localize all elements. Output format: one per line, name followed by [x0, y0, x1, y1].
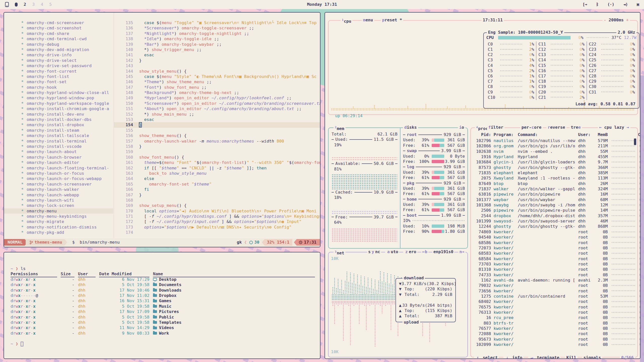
- file-list-item[interactable]: *omarchy-launch-screensaver: [4, 182, 113, 187]
- process-row[interactable]: 803btrfs-trroot0B0.0: [473, 321, 635, 326]
- terminal-window[interactable]: ~ ❯ ls PermissionsSizeUserDate ModifiedN…: [4, 252, 320, 359]
- code-line[interactable]: 154}: [114, 122, 320, 127]
- code-line[interactable]: 161 theme=$(menu "Font" "$(omarchy-font-…: [114, 160, 320, 165]
- process-row[interactable]: 95673kworker/root0B0.0: [473, 337, 635, 342]
- file-list-item[interactable]: *omarchy-launch-about: [4, 149, 113, 154]
- process-row[interactable]: 87573ghostty/usr/bin/ghostty --gtk-dhh36…: [473, 165, 635, 170]
- per-core-button[interactable]: per-core: [520, 125, 543, 130]
- file-list-item[interactable]: *omarchy-install-dev-env: [4, 112, 113, 117]
- file-list-item[interactable]: *omarchy-install-tailscale: [4, 133, 113, 138]
- process-row[interactable]: 76575kworker/root0B0.0: [473, 304, 635, 310]
- file-list-item[interactable]: *omarchy-drive-info: [4, 52, 113, 58]
- process-row[interactable]: 68583kworker/root0B0.0: [473, 251, 635, 256]
- process-row[interactable]: 102796nautilus/usr/bin/nautilus --newdhh…: [473, 138, 635, 143]
- file-list-item[interactable]: *omarchy-migrate: [4, 219, 113, 224]
- process-row[interactable]: 74733kworker/root0B0.0: [473, 272, 635, 278]
- code-line[interactable]: 170 local options="◄) Audio\n≋ Wifi\nᛒ B…: [114, 208, 320, 214]
- code-line[interactable]: 142}: [114, 58, 320, 63]
- process-row[interactable]: 76313kworker/root0B0.0: [473, 310, 635, 315]
- file-list-item[interactable]: *omarchy-font-list: [4, 74, 113, 79]
- workspace-1-active-indicator[interactable]: [15, 3, 18, 7]
- file-list-item[interactable]: *omarchy-cmd-screenshot: [4, 25, 113, 31]
- file-list-item[interactable]: *omarchy-hyprland-window-close-all: [4, 90, 113, 95]
- code-line[interactable]: 135 case $(menu "Toggle" "▣ Screensaver\…: [114, 20, 320, 25]
- code-line[interactable]: 137 *Nightlight*) omarchy-toggle-nightli…: [114, 31, 320, 36]
- code-line[interactable]: 155: [114, 128, 320, 133]
- process-row[interactable]: 101368swaybg/usr/bin/swaybg -i /homdhh12…: [473, 202, 635, 208]
- process-row[interactable]: 68584kworker/root0B0.0: [473, 256, 635, 261]
- code-line[interactable]: 150 *Screensaver*) open_in_editor ~/.con…: [114, 101, 320, 106]
- code-line[interactable]: 174: [114, 230, 320, 235]
- code-line[interactable]: 158}: [114, 144, 320, 149]
- workspace-5[interactable]: 5: [49, 2, 52, 7]
- file-list-item[interactable]: *omarchy-hook: [4, 85, 113, 90]
- proc-footer-action[interactable]: ↵ terminate: [528, 355, 560, 359]
- process-row[interactable]: 73703kworker/root0B0.0: [473, 261, 635, 267]
- process-row[interactable]: 2506pipewire/usr/bin/pipewire-pulsedhh14…: [473, 208, 635, 213]
- file-list-item[interactable]: *omarchy-launch-or-focus-webapp: [4, 176, 113, 181]
- file-list-item[interactable]: *omarchy-hyprland-workspace-toggle: [4, 101, 113, 106]
- process-row[interactable]: 101377waybar/usr/bin/waybardhh68M0.0: [473, 197, 635, 202]
- file-list-item[interactable]: *omarchy-launch-editor: [4, 160, 113, 165]
- omarchy-app-icon[interactable]: [5, 2, 9, 7]
- workspace-4[interactable]: 4: [41, 2, 43, 7]
- file-list-item[interactable]: *omarchy-install-terminal: [4, 139, 113, 144]
- code-line[interactable]: 147 *Font*) show_font_menu ;;: [114, 85, 320, 90]
- proc-column-header[interactable]: Pid:: [473, 132, 491, 137]
- bluetooth-icon[interactable]: ᛒ: [596, 2, 598, 7]
- code-line[interactable]: 159: [114, 149, 320, 154]
- code-line[interactable]: 172 [ -f ~/.config/hypr/input.conf ] && …: [114, 219, 320, 224]
- file-list-item[interactable]: *omarchy-drive-set-password: [4, 63, 113, 68]
- process-row[interactable]: 1275containe/usr/bin/containerdroot53M0.…: [473, 294, 635, 299]
- process-row[interactable]: 72088kworker/root0B0.0: [473, 331, 635, 336]
- file-list-item[interactable]: *omarchy-pkg-add: [4, 230, 113, 235]
- file-list-item[interactable]: *omarchy-font-set: [4, 79, 113, 84]
- proc-footer-action[interactable]: Kill: [565, 355, 578, 359]
- proc-column-header[interactable]: MemB: [594, 132, 608, 137]
- file-list-item[interactable]: *omarchy-cmd-terminal-cwd: [4, 36, 113, 41]
- file-list-item[interactable]: *omarchy-launch-browser: [4, 155, 113, 160]
- file-list-item[interactable]: *omarchy-install-dropbox: [4, 122, 113, 127]
- code-line[interactable]: 162 if [[ "$theme" == "CNCLD" || -z "$th…: [114, 165, 320, 171]
- process-row[interactable]: 2075XwaylandXwayland :1 -rootless -dhh11…: [473, 175, 635, 181]
- process-row[interactable]: 1162avahi-daavahi-daemon: running [avahi…: [473, 278, 635, 283]
- code-line[interactable]: 141 esac: [114, 52, 320, 58]
- filter-button[interactable]: filter: [487, 125, 505, 130]
- proc-column-header[interactable]: Program:: [494, 132, 518, 137]
- proc-footer-action[interactable]: signals: [582, 355, 602, 359]
- code-line[interactable]: 169show_setup_menu() {: [114, 203, 320, 208]
- file-list-item[interactable]: *omarchy-launch-walker: [4, 187, 113, 192]
- wifi-icon[interactable]: (·): [607, 2, 614, 7]
- file-list-item[interactable]: *omarchy-launch-or-focus: [4, 171, 113, 176]
- process-row[interactable]: 2544dropbox/home/dhh/.dropbox-distdhh357…: [473, 213, 635, 218]
- process-row[interactable]: 87649btopbtopdhh26M0.0: [473, 181, 635, 186]
- process-row[interactable]: 68586kworker/root0B0.0: [473, 240, 635, 245]
- process-row[interactable]: 94540kworker/root0B0.0: [473, 235, 635, 240]
- file-list-item[interactable]: *omarchy-install-vscode: [4, 144, 113, 149]
- file-explorer[interactable]: *omarchy-cmd-screensaver*omarchy-cmd-scr…: [4, 20, 113, 238]
- process-row[interactable]: 1916HyprlandHyprlanddhh455M0.2: [473, 154, 635, 159]
- proc-column-header[interactable]: Command:: [518, 132, 578, 137]
- file-list-item[interactable]: *omarchy-menu: [4, 208, 113, 214]
- process-row[interactable]: 76577kworker/root0B0.0: [473, 326, 635, 331]
- process-row[interactable]: 71835elephantelephantdhh385M0.0: [473, 170, 635, 175]
- code-line[interactable]: 136 *Screensaver*) omarchy-toggle-screen…: [114, 25, 320, 31]
- process-row[interactable]: 81310kworker/root0B0.0: [473, 267, 635, 272]
- process-row[interactable]: 12244ghostty/usr/bin/ghostty --gtk-dhh86…: [473, 224, 635, 229]
- file-list-item[interactable]: *omarchy-menu-keybindings: [4, 214, 113, 219]
- code-line[interactable]: 156show_theme_menu() {: [114, 133, 320, 138]
- process-row[interactable]: 103684glycin-i/usr/lib/glycin-loadersdhh…: [473, 159, 635, 165]
- code-line[interactable]: 146 *Theme*) show_theme_menu ;;: [114, 79, 320, 84]
- proc-scrollbar[interactable]: [634, 139, 636, 145]
- file-list-item[interactable]: *omarchy-lock-screen: [4, 203, 113, 208]
- file-list-item[interactable]: *omarchy-hyprland-window-pop: [4, 95, 113, 101]
- code-line[interactable]: 163 back_to show_style_menu: [114, 171, 320, 176]
- file-list-item[interactable]: *omarchy-notification-dismiss: [4, 224, 113, 230]
- file-list-item[interactable]: *omarchy-debug: [4, 42, 113, 47]
- proc-footer-action[interactable]: ↓ info: [503, 355, 524, 359]
- process-row[interactable]: 16rcu_preeroot0B0.0: [473, 315, 635, 320]
- reverse-button[interactable]: reverse: [546, 125, 567, 130]
- process-row[interactable]: 102866org.gnom/usr/bin/gjs /usr/lib/odhh…: [473, 143, 635, 149]
- proc-column-header[interactable]: Cpu%: [638, 132, 640, 137]
- proc-header-row[interactable]: Pid:Program:Command:User:MemBCpu%↑: [473, 132, 635, 137]
